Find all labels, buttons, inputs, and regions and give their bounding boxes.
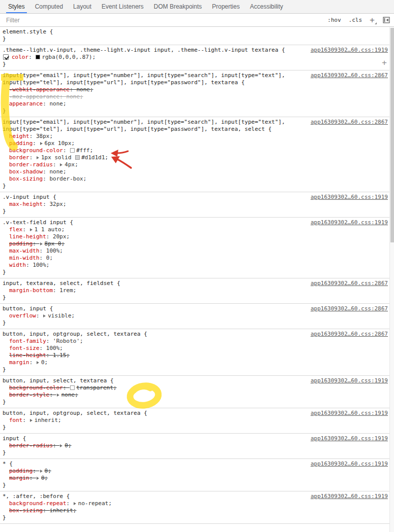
stylesheet-source-link[interactable]: app16309302…60.css:2867 bbox=[311, 331, 388, 338]
pseudo-state-toggle-button[interactable]: :hov bbox=[327, 17, 341, 23]
css-property-row[interactable]: border-style: none; bbox=[3, 392, 394, 399]
vertical-scrollbar-thumb[interactable] bbox=[390, 28, 394, 242]
css-property-row[interactable]: color: rgba(0,0,0,.87); bbox=[3, 54, 394, 61]
stylesheet-source-link[interactable]: app16309302…60.css:1919 bbox=[311, 493, 388, 500]
tab-accessibility[interactable]: Accessibility bbox=[245, 0, 288, 13]
css-property-row[interactable]: box-shadow: none; bbox=[3, 168, 394, 175]
color-swatch[interactable] bbox=[70, 148, 75, 153]
css-property[interactable]: -moz-appearance: none; bbox=[9, 93, 83, 100]
insert-rule-plus-button[interactable]: + bbox=[382, 59, 387, 66]
css-property-row[interactable]: padding: 8px 0; bbox=[3, 240, 394, 247]
css-property-row[interactable]: margin-bottom: 1rem; bbox=[3, 287, 394, 294]
expand-shorthand-icon[interactable] bbox=[40, 470, 43, 473]
css-property[interactable]: line-height: 20px; bbox=[9, 233, 70, 240]
css-property[interactable]: appearance: none; bbox=[9, 100, 67, 107]
stylesheet-source-link[interactable]: app16309302…60.css:2867 bbox=[311, 280, 388, 287]
color-swatch[interactable] bbox=[75, 155, 80, 160]
expand-shorthand-icon[interactable] bbox=[57, 394, 59, 397]
rule-selector[interactable]: input[type="tel"], input[type="url"], in… bbox=[3, 79, 394, 86]
css-property-row[interactable]: line-height: 20px; bbox=[3, 233, 394, 240]
stylesheet-source-link[interactable]: app16309302…60.css:1919 bbox=[311, 194, 388, 201]
css-property-row[interactable]: margin: 0; bbox=[3, 475, 394, 482]
css-property-row[interactable]: height: 38px; bbox=[3, 133, 394, 140]
css-property[interactable]: margin: 0; bbox=[9, 359, 48, 366]
css-property[interactable]: -webkit-appearance: none; bbox=[9, 86, 93, 93]
expand-shorthand-icon[interactable] bbox=[40, 242, 43, 245]
css-property[interactable]: background-repeat: no-repeat; bbox=[9, 500, 112, 507]
css-property-row[interactable]: max-height: 32px; bbox=[3, 201, 394, 208]
filter-input[interactable] bbox=[5, 16, 320, 24]
rule-selector[interactable]: element.style { bbox=[3, 28, 394, 36]
css-property[interactable]: height: 38px; bbox=[9, 133, 53, 139]
expand-shorthand-icon[interactable] bbox=[30, 419, 32, 422]
css-property-row[interactable]: border: 1px solid #d1d1d1; bbox=[3, 154, 394, 161]
css-property-row[interactable]: min-width: 0; bbox=[3, 255, 394, 262]
css-property-row[interactable]: border-radius: 4px; bbox=[3, 161, 394, 168]
css-property[interactable]: box-sizing: inherit; bbox=[9, 507, 76, 514]
stylesheet-source-link[interactable]: app16309302…60.css:2867 bbox=[311, 305, 388, 312]
css-property-row[interactable]: box-sizing: inherit; bbox=[3, 507, 394, 514]
css-property[interactable]: color: rgba(0,0,0,.87); bbox=[12, 54, 95, 60]
stylesheet-source-link[interactable]: app16309302…60.css:1919 bbox=[311, 219, 388, 226]
css-property-row[interactable]: font-size: 100%; bbox=[3, 345, 394, 352]
vertical-scrollbar-track[interactable] bbox=[389, 27, 394, 532]
css-property[interactable]: padding: 0; bbox=[9, 468, 51, 474]
css-property[interactable]: overflow: visible; bbox=[9, 312, 75, 319]
element-classes-toggle-button[interactable]: .cls bbox=[349, 17, 363, 23]
css-property-row[interactable]: -moz-appearance: none; bbox=[3, 93, 394, 100]
tab-computed[interactable]: Computed bbox=[30, 0, 68, 13]
expand-shorthand-icon[interactable] bbox=[37, 477, 39, 480]
css-property-row[interactable]: appearance: none; bbox=[3, 100, 394, 108]
css-property-row[interactable]: width: 100%; bbox=[3, 262, 394, 269]
expand-shorthand-icon[interactable] bbox=[37, 361, 39, 364]
css-property-row[interactable]: max-width: 100%; bbox=[3, 247, 394, 255]
css-property[interactable]: margin: 0; bbox=[9, 475, 48, 481]
css-property-row[interactable]: border-radius: 0; bbox=[3, 442, 394, 449]
tab-dom-breakpoints[interactable]: DOM Breakpoints bbox=[149, 0, 207, 13]
tab-properties[interactable]: Properties bbox=[207, 0, 245, 13]
stylesheet-source-link[interactable]: app16309302…60.css:1919 bbox=[311, 460, 388, 468]
expand-shorthand-icon[interactable] bbox=[60, 163, 62, 166]
stylesheet-source-link[interactable]: app16309302…60.css:1919 bbox=[311, 435, 388, 442]
expand-shorthand-icon[interactable] bbox=[37, 156, 39, 159]
css-property-row[interactable]: overflow: visible; bbox=[3, 312, 394, 320]
css-property-row[interactable]: box-sizing: border-box; bbox=[3, 175, 394, 183]
css-property-row[interactable]: flex: 1 1 auto; bbox=[3, 226, 394, 233]
expand-shorthand-icon[interactable] bbox=[40, 142, 43, 145]
css-property[interactable]: max-width: 100%; bbox=[9, 247, 63, 254]
expand-shorthand-icon[interactable] bbox=[43, 314, 46, 317]
css-property[interactable]: border-radius: 4px; bbox=[9, 161, 78, 168]
css-property[interactable]: font: inherit; bbox=[9, 417, 61, 423]
css-property[interactable]: box-sizing: border-box; bbox=[9, 175, 86, 182]
css-property-row[interactable]: padding: 0; bbox=[3, 468, 394, 475]
css-property[interactable]: font-size: 100%; bbox=[9, 345, 63, 351]
css-property-row[interactable]: font-family: 'Roboto'; bbox=[3, 338, 394, 345]
stylesheet-source-link[interactable]: app16309302…60.css:1919 bbox=[311, 377, 388, 384]
css-property[interactable]: padding: 8px 0; bbox=[9, 240, 64, 247]
new-style-rule-button[interactable]: + bbox=[370, 17, 375, 24]
css-property-row[interactable]: -webkit-appearance: none; bbox=[3, 86, 394, 93]
tab-styles[interactable]: Styles bbox=[3, 0, 30, 13]
css-property[interactable]: font-family: 'Roboto'; bbox=[9, 338, 83, 344]
css-property[interactable]: border-radius: 0; bbox=[9, 442, 72, 449]
stylesheet-source-link[interactable]: app16309302…60.css:2867 bbox=[311, 119, 388, 126]
rule-selector[interactable]: input[type="tel"], input[type="url"], in… bbox=[3, 126, 394, 133]
css-property-row[interactable]: line-height: 1.15; bbox=[3, 352, 394, 359]
color-swatch[interactable] bbox=[70, 385, 75, 390]
stylesheet-source-link[interactable]: app16309302…60.css:1919 bbox=[311, 410, 388, 417]
stylesheet-source-link[interactable]: app16309302…60.css:2867 bbox=[311, 72, 388, 79]
css-property[interactable]: border: 1px solid #d1d1d1; bbox=[9, 154, 108, 161]
css-property-row[interactable]: padding: 6px 10px; bbox=[3, 140, 394, 147]
css-property[interactable]: min-width: 0; bbox=[9, 255, 53, 261]
expand-shorthand-icon[interactable] bbox=[74, 502, 76, 505]
css-property[interactable]: max-height: 32px; bbox=[9, 201, 67, 207]
css-property[interactable]: background-color: transparent; bbox=[9, 384, 117, 391]
css-property[interactable]: margin-bottom: 1rem; bbox=[9, 287, 76, 294]
css-property[interactable]: padding: 6px 10px; bbox=[9, 140, 75, 147]
css-property-row[interactable]: background-repeat: no-repeat; bbox=[3, 500, 394, 507]
css-property-row[interactable]: background-color: #fff; bbox=[3, 147, 394, 154]
css-property[interactable]: width: 100%; bbox=[9, 262, 50, 268]
css-property-row[interactable]: font: inherit; bbox=[3, 417, 394, 424]
expand-shorthand-icon[interactable] bbox=[60, 444, 62, 447]
css-property-row[interactable]: margin: 0; bbox=[3, 359, 394, 366]
